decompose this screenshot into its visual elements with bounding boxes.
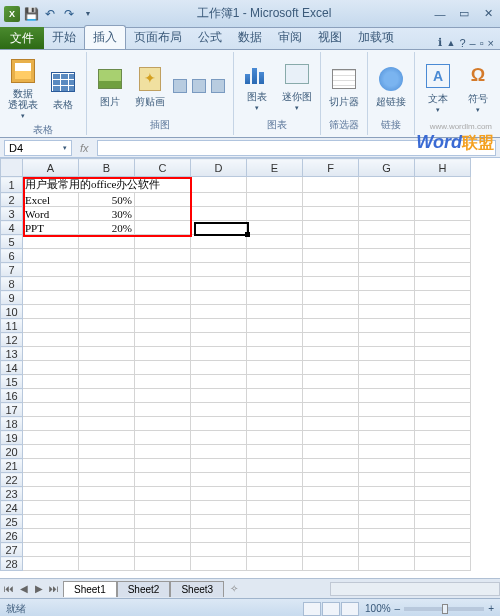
cell[interactable] (79, 403, 135, 417)
row-header[interactable]: 8 (1, 277, 23, 291)
cell[interactable] (247, 249, 303, 263)
cell[interactable] (79, 291, 135, 305)
cell[interactable] (415, 235, 471, 249)
redo-icon[interactable]: ↷ (61, 6, 77, 22)
cell[interactable] (303, 221, 359, 235)
cell[interactable] (79, 417, 135, 431)
cell[interactable] (303, 193, 359, 207)
cell[interactable] (247, 557, 303, 571)
cell[interactable] (191, 473, 247, 487)
cell[interactable] (23, 305, 79, 319)
cell[interactable] (359, 207, 415, 221)
cell[interactable] (415, 459, 471, 473)
cell[interactable] (415, 473, 471, 487)
symbol-button[interactable]: Ω 符号▾ (459, 59, 497, 116)
cell[interactable] (359, 291, 415, 305)
cell[interactable] (191, 305, 247, 319)
cell[interactable] (247, 431, 303, 445)
cell[interactable] (247, 277, 303, 291)
cell[interactable] (247, 515, 303, 529)
cell[interactable] (135, 417, 191, 431)
spreadsheet-grid[interactable]: ABCDEFGH1用户最常用的office办公软件2Excel50%3Word3… (0, 158, 500, 578)
zoom-slider[interactable] (404, 607, 484, 611)
cell[interactable] (23, 501, 79, 515)
cell[interactable] (135, 543, 191, 557)
cell[interactable] (135, 193, 191, 207)
cell[interactable] (79, 305, 135, 319)
row-header[interactable]: 22 (1, 473, 23, 487)
cell[interactable] (247, 487, 303, 501)
cell[interactable] (191, 417, 247, 431)
cell[interactable] (135, 473, 191, 487)
cell[interactable] (191, 291, 247, 305)
row-header[interactable]: 28 (1, 557, 23, 571)
help-icon[interactable]: ℹ (438, 36, 442, 49)
cell[interactable] (247, 375, 303, 389)
col-header[interactable]: C (135, 159, 191, 177)
cell[interactable] (191, 529, 247, 543)
cell[interactable] (359, 473, 415, 487)
cell[interactable] (303, 529, 359, 543)
clipart-button[interactable]: 剪贴画 (131, 62, 169, 109)
doc-close-icon[interactable]: × (488, 37, 494, 49)
cell[interactable] (191, 515, 247, 529)
cell[interactable] (359, 445, 415, 459)
hyperlink-button[interactable]: 超链接 (372, 62, 410, 109)
row-header[interactable]: 24 (1, 501, 23, 515)
cell[interactable] (23, 515, 79, 529)
cell[interactable] (23, 333, 79, 347)
cell[interactable] (359, 389, 415, 403)
cell[interactable] (247, 529, 303, 543)
cell[interactable] (23, 291, 79, 305)
cell[interactable] (247, 473, 303, 487)
chevron-down-icon[interactable]: ▾ (63, 144, 67, 152)
cell[interactable] (415, 291, 471, 305)
cell[interactable] (79, 263, 135, 277)
cell[interactable] (359, 375, 415, 389)
cell[interactable] (191, 431, 247, 445)
col-header[interactable]: F (303, 159, 359, 177)
cell[interactable] (303, 403, 359, 417)
sparkline-button[interactable]: 迷你图▾ (278, 57, 316, 114)
cell[interactable] (191, 557, 247, 571)
cell[interactable] (359, 177, 415, 193)
maximize-button[interactable]: ▭ (452, 5, 476, 23)
cell[interactable] (79, 529, 135, 543)
cell[interactable] (135, 529, 191, 543)
cell[interactable] (79, 249, 135, 263)
select-all[interactable] (1, 159, 23, 177)
cell[interactable] (415, 543, 471, 557)
cell[interactable] (191, 333, 247, 347)
cell[interactable] (359, 403, 415, 417)
cell[interactable] (79, 347, 135, 361)
cell[interactable] (23, 543, 79, 557)
tab-layout[interactable]: 页面布局 (126, 26, 190, 49)
cell[interactable] (303, 487, 359, 501)
cell[interactable] (191, 193, 247, 207)
row-header[interactable]: 16 (1, 389, 23, 403)
cell[interactable] (359, 431, 415, 445)
row-header[interactable]: 20 (1, 445, 23, 459)
cell[interactable] (247, 207, 303, 221)
cell[interactable] (359, 487, 415, 501)
cell[interactable] (415, 277, 471, 291)
cell[interactable] (415, 249, 471, 263)
cell[interactable] (79, 431, 135, 445)
tab-home[interactable]: 开始 (44, 26, 84, 49)
cell[interactable] (247, 291, 303, 305)
tab-view[interactable]: 视图 (310, 26, 350, 49)
doc-max-icon[interactable]: ▫ (480, 37, 484, 49)
cell[interactable] (359, 515, 415, 529)
cell[interactable] (303, 347, 359, 361)
cell[interactable] (359, 417, 415, 431)
cell[interactable] (79, 389, 135, 403)
cell[interactable] (303, 543, 359, 557)
cell[interactable] (303, 445, 359, 459)
cell[interactable] (303, 277, 359, 291)
cell[interactable] (191, 177, 247, 193)
cell[interactable] (303, 263, 359, 277)
cell[interactable] (247, 319, 303, 333)
cell[interactable] (247, 333, 303, 347)
cell[interactable] (359, 277, 415, 291)
row-header[interactable]: 3 (1, 207, 23, 221)
